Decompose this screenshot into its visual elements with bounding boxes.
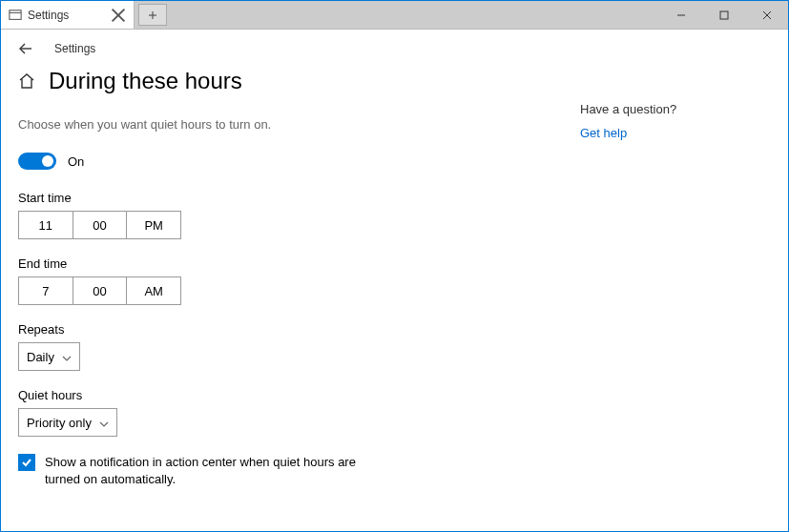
toggle-state-label: On	[68, 154, 84, 169]
title-bar: Settings	[1, 1, 788, 30]
minimize-button[interactable]	[659, 1, 702, 29]
settings-app-icon	[9, 9, 22, 22]
end-hour[interactable]: 7	[19, 277, 73, 304]
get-help-link[interactable]: Get help	[580, 126, 771, 140]
end-period[interactable]: AM	[126, 277, 180, 304]
home-icon[interactable]	[18, 72, 35, 90]
repeats-dropdown[interactable]: Daily	[18, 342, 80, 371]
end-time-label: End time	[18, 256, 580, 271]
tab-close-icon[interactable]	[111, 8, 126, 23]
tab-title: Settings	[28, 9, 105, 22]
back-button[interactable]	[16, 39, 35, 58]
page-description: Choose when you want quiet hours to turn…	[18, 117, 580, 132]
svg-rect-7	[720, 11, 728, 19]
quiet-hours-label: Quiet hours	[18, 388, 580, 402]
close-window-button[interactable]	[745, 1, 788, 29]
end-time-picker[interactable]: 7 00 AM	[18, 276, 181, 305]
window-tab[interactable]: Settings	[1, 1, 135, 29]
repeats-label: Repeats	[18, 322, 580, 337]
start-minute[interactable]: 00	[73, 212, 127, 238]
start-hour[interactable]: 11	[19, 212, 73, 238]
notification-checkbox[interactable]	[18, 454, 35, 471]
breadcrumb: Settings	[54, 42, 95, 55]
repeats-value: Daily	[27, 350, 54, 364]
end-minute[interactable]: 00	[73, 277, 127, 304]
quiet-hours-dropdown[interactable]: Priority only	[18, 408, 117, 437]
chevron-down-icon	[62, 350, 72, 364]
quiet-hours-value: Priority only	[27, 416, 92, 430]
maximize-button[interactable]	[702, 1, 745, 29]
start-time-label: Start time	[18, 191, 580, 205]
notification-checkbox-label: Show a notification in action center whe…	[45, 454, 381, 488]
help-heading: Have a question?	[580, 102, 771, 116]
chevron-down-icon	[99, 416, 109, 430]
quiet-hours-toggle[interactable]	[18, 153, 56, 170]
svg-rect-0	[10, 10, 21, 19]
start-period[interactable]: PM	[126, 212, 180, 238]
page-title: During these hours	[49, 68, 242, 94]
start-time-picker[interactable]: 11 00 PM	[18, 211, 181, 239]
sub-header: Settings	[1, 30, 788, 68]
new-tab-button[interactable]	[138, 4, 167, 26]
